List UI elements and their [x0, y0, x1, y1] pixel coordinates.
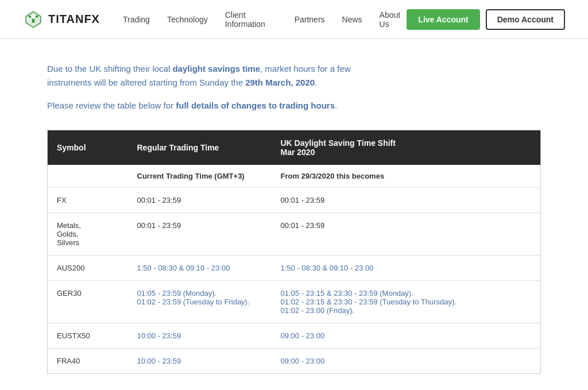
nav-trading[interactable]: Trading — [123, 15, 150, 24]
main-nav: Trading Technology Client Information Pa… — [123, 10, 407, 29]
cell-symbol: GER30 — [48, 281, 128, 323]
trading-hours-table: Symbol Regular Trading Time UK Daylight … — [47, 130, 541, 374]
cell-regular-time: 00:01 - 23:59 — [128, 213, 272, 256]
nav-news[interactable]: News — [342, 15, 362, 24]
table-row: AUS2001:50 - 08:30 & 09:10 - 23:001:50 -… — [48, 256, 541, 281]
demo-account-button[interactable]: Demo Account — [486, 9, 565, 30]
nav-partners[interactable]: Partners — [295, 15, 325, 24]
nav-client-information[interactable]: Client Information — [225, 10, 277, 29]
cell-new-time: 00:01 - 23:59 — [272, 213, 541, 256]
sub-paragraph: Please review the table below for full d… — [47, 99, 541, 113]
cell-symbol: AUS200 — [48, 256, 128, 281]
cell-regular-time: 10:00 - 23:59 — [128, 349, 272, 374]
nav-technology[interactable]: Technology — [167, 15, 208, 24]
cell-regular-time: 10:00 - 23:59 — [128, 323, 272, 349]
cell-regular-time: 1:50 - 08:30 & 09:10 - 23:00 — [128, 256, 272, 281]
header-buttons: Live Account Demo Account — [407, 9, 565, 30]
cell-new-time: 09:00 - 23:00 — [272, 323, 541, 349]
logo-icon — [23, 9, 44, 30]
table-row: FRA4010:00 - 23:5909:00 - 23:00 — [48, 349, 541, 374]
logo[interactable]: TITANFX — [23, 9, 100, 30]
cell-new-time: 00:01 - 23:59 — [272, 188, 541, 213]
subheader-new: From 29/3/2020 this becomes — [272, 165, 541, 188]
table-row: GER3001:05 - 23:59 (Monday). 01:02 - 23:… — [48, 281, 541, 323]
col-header-symbol: Symbol — [48, 130, 128, 165]
cell-regular-time: 00:01 - 23:59 — [128, 188, 272, 213]
cell-symbol: FRA40 — [48, 349, 128, 374]
nav-about-us[interactable]: About Us — [380, 10, 407, 29]
table-row: EUSTX5010:00 - 23:5909:00 - 23:00 — [48, 323, 541, 349]
cell-new-time: 1:50 - 08:30 & 09:10 - 23:00 — [272, 256, 541, 281]
cell-symbol: FX — [48, 188, 128, 213]
cell-new-time: 01:05 - 23:15 & 23:30 - 23:59 (Monday). … — [272, 281, 541, 323]
col-header-uk: UK Daylight Saving Time ShiftMar 2020 — [272, 130, 541, 165]
subheader-current: Current Trading Time (GMT+3) — [128, 165, 272, 188]
table-row: Metals, Golds, Silvers00:01 - 23:5900:01… — [48, 213, 541, 256]
intro-paragraph: Due to the UK shifting their local dayli… — [47, 62, 541, 90]
logo-text: TITANFX — [48, 13, 100, 26]
cell-regular-time: 01:05 - 23:59 (Monday). 01:02 - 23:59 (T… — [128, 281, 272, 323]
subheader-symbol — [48, 165, 128, 188]
live-account-button[interactable]: Live Account — [407, 9, 479, 30]
cell-new-time: 09:00 - 23:00 — [272, 349, 541, 374]
col-header-regular: Regular Trading Time — [128, 130, 272, 165]
table-row: FX00:01 - 23:5900:01 - 23:59 — [48, 188, 541, 213]
cell-symbol: EUSTX50 — [48, 323, 128, 349]
cell-symbol: Metals, Golds, Silvers — [48, 213, 128, 256]
